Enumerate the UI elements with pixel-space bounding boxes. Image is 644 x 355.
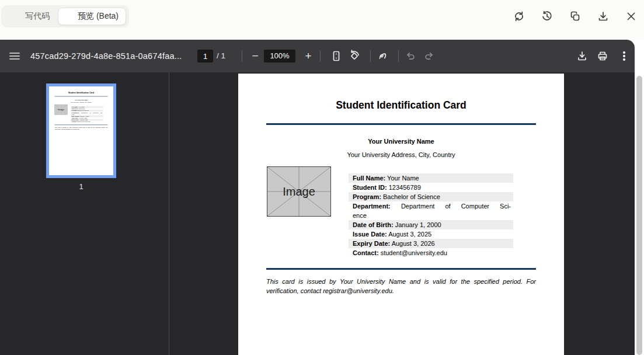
doc-footer-line1: This card is issued by Your University N… <box>266 277 536 286</box>
mode-tabs: 写代码 预览 (Beta) <box>1 5 129 27</box>
annotate-button[interactable] <box>374 47 392 65</box>
scrollbar-thumb[interactable] <box>636 76 642 355</box>
page-thumbnail[interactable]: Student Identification Card Your Univers… <box>46 83 116 178</box>
page-number-input[interactable] <box>197 50 213 62</box>
pdf-filename: 457cad29-279d-4a8e-851a-0a674faa... <box>30 40 182 72</box>
table-row-full-name: Full Name: Your Name <box>349 173 513 183</box>
plus-icon: + <box>299 47 318 65</box>
zoom-in-button[interactable]: + <box>299 47 318 65</box>
tab-preview-label: 预览 (Beta) <box>78 11 119 22</box>
menu-button[interactable] <box>5 47 24 65</box>
table-row-student-id: Student ID: 123456789 <box>349 183 513 192</box>
fit-page-icon <box>330 50 342 62</box>
header-actions <box>512 9 638 23</box>
page-count: / 1 <box>217 40 225 72</box>
redo-icon <box>423 50 435 62</box>
table-row-program: Program: Bachelor of Science <box>349 192 513 201</box>
doc-divider-top <box>266 123 536 125</box>
duplicate-button[interactable] <box>568 9 582 23</box>
undo-button[interactable] <box>401 47 420 65</box>
annotate-pen-icon <box>377 50 389 62</box>
doc-title: Student Identification Card <box>238 99 564 112</box>
more-options-button[interactable] <box>615 47 633 65</box>
refresh-button[interactable] <box>512 9 526 23</box>
university-address: Your University Address, City, Country <box>238 151 564 158</box>
tab-preview[interactable]: 预览 (Beta) <box>58 8 126 25</box>
image-placeholder: Image <box>267 166 331 217</box>
pdf-content-area: Student Identification Card Your Univers… <box>0 72 635 355</box>
pdf-download-button[interactable] <box>573 47 591 65</box>
toolbar-separator <box>320 50 321 62</box>
sidebar-divider[interactable] <box>169 72 169 355</box>
code-icon <box>11 12 22 21</box>
pdf-download-icon <box>576 50 588 62</box>
tab-write-code-label: 写代码 <box>25 11 50 22</box>
table-row-date-of-birth: Date of Birth: January 1, 2000 <box>349 220 513 229</box>
doc-footer: This card is issued by Your University N… <box>266 277 536 295</box>
page-wrap: Student Identification Card Your Univers… <box>238 74 564 355</box>
hamburger-icon <box>9 51 20 61</box>
table-row-expiry-date: Expiry Date: August 3, 2026 <box>349 239 513 248</box>
thumbnail-page-number: 1 <box>46 182 116 191</box>
download-icon <box>597 11 609 22</box>
zoom-level[interactable]: 100% <box>264 50 295 62</box>
print-icon <box>597 50 608 62</box>
minus-icon: − <box>246 47 264 65</box>
table-row-issue-date: Issue Date: August 3, 2025 <box>349 229 513 239</box>
table-row-department: Department: Department of Computer Sci- … <box>349 201 513 220</box>
refresh-icon <box>513 11 525 22</box>
tab-write-code[interactable]: 写代码 <box>4 8 57 25</box>
undo-icon <box>405 50 416 62</box>
rotate-icon <box>348 50 361 62</box>
doc-footer-line2: verification, contact registrar@universi… <box>266 286 536 295</box>
pdf-toolbar: 457cad29-279d-4a8e-851a-0a674faa... / 1 … <box>0 40 635 72</box>
toolbar-separator <box>398 50 399 62</box>
history-icon <box>541 11 553 22</box>
toolbar-separator <box>242 50 242 62</box>
scrollbar-track[interactable] <box>635 40 644 355</box>
close-icon <box>626 11 636 22</box>
play-icon <box>65 12 74 21</box>
duplicate-icon <box>569 11 581 22</box>
kebab-menu-icon <box>618 50 630 62</box>
zoom-out-button[interactable]: − <box>246 47 264 65</box>
pdf-page: Student Identification Card Your Univers… <box>238 74 564 355</box>
redo-button[interactable] <box>420 47 438 65</box>
download-button[interactable] <box>596 9 610 23</box>
rotate-button[interactable] <box>345 47 364 65</box>
toolbar-separator <box>370 50 371 62</box>
doc-divider-bottom <box>266 268 536 270</box>
close-button[interactable] <box>624 9 638 23</box>
thumbnail-page-preview: Student Identification Card Your Univers… <box>49 86 113 175</box>
pdf-print-button[interactable] <box>593 47 612 65</box>
table-row-contact: Contact: student@university.edu <box>349 248 513 257</box>
image-placeholder-label: Image <box>267 167 330 216</box>
university-name: Your University Name <box>238 138 564 145</box>
history-button[interactable] <box>540 9 554 23</box>
fit-page-button[interactable] <box>327 47 346 65</box>
app-header: 写代码 预览 (Beta) <box>0 0 644 40</box>
